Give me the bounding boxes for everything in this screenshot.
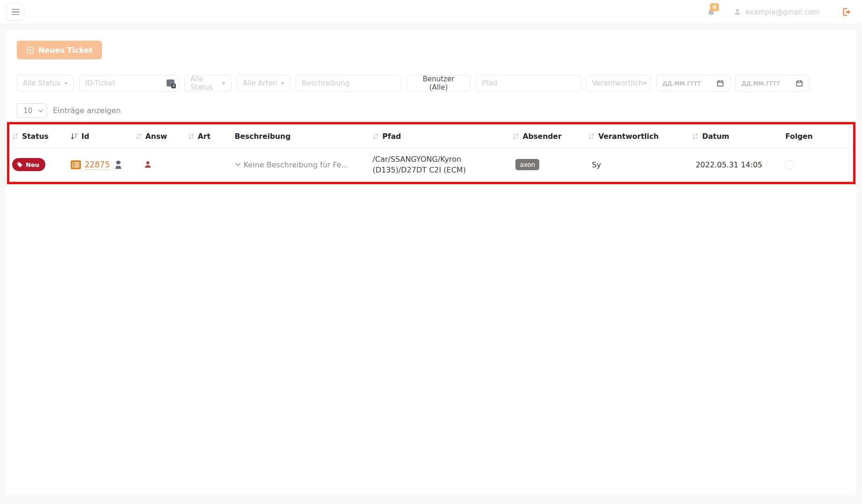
cell-beschreibung[interactable]: Keine Beschreibung für Fe... [232, 148, 369, 181]
sort-desc-active-icon[interactable] [71, 133, 78, 140]
topbar: 0 example@gmail.com [0, 0, 862, 24]
person-icon [144, 160, 152, 169]
caret-down-icon [222, 82, 225, 85]
cell-art [187, 148, 232, 181]
cell-answ [135, 148, 187, 181]
chevron-down-icon [38, 108, 43, 112]
tickets-table: Status Id Answ [12, 125, 850, 181]
new-ticket-button[interactable]: Neues Ticket [17, 41, 102, 59]
filter-responsible-select[interactable]: Verantwortlich [586, 75, 651, 92]
cell-id: 22875 [69, 148, 135, 181]
user-secret-icon [114, 160, 123, 170]
header-datum[interactable]: Datum [689, 125, 783, 148]
absender-badge: axon [515, 159, 539, 170]
header-folgen: Folgen [783, 125, 850, 148]
user-avatar-icon [733, 8, 741, 16]
hamburger-icon [12, 9, 20, 10]
caret-down-icon [64, 82, 68, 85]
filter-date-from[interactable]: дд.мм.гггг [656, 75, 730, 92]
cell-pfad: /Car/SSANGYONG/Kyron (D135)/D27DT C2I (E… [369, 148, 510, 181]
user-email: example@gmail.com [746, 8, 819, 16]
header-answ[interactable]: Answ [135, 125, 187, 148]
autofill-extension-icon [167, 79, 174, 86]
description-input[interactable] [302, 79, 395, 87]
sort-icon[interactable] [12, 133, 18, 140]
tags-icon [17, 162, 23, 168]
filter-status2-select[interactable]: Alle Status [184, 75, 232, 92]
page-size-row: 10 Einträge anzeigen [17, 103, 850, 118]
cell-status: Neu [12, 148, 69, 181]
filter-benutzer-button[interactable]: Benutzer (Alle) [406, 75, 471, 92]
path-input[interactable] [482, 79, 575, 87]
logout-icon[interactable] [842, 7, 852, 16]
header-status[interactable]: Status [12, 125, 69, 148]
filter-id-ticket-field[interactable] [79, 75, 179, 92]
description-text: Keine Beschreibung für Fe... [244, 160, 348, 169]
cell-verantwortlich: Sy [587, 148, 689, 181]
notification-count-badge: 0 [710, 3, 719, 11]
header-verantwortlich[interactable]: Verantwortlich [587, 125, 689, 148]
cell-datum: 2022.05.31 14:05 [689, 148, 783, 181]
menu-toggle-button[interactable] [7, 3, 24, 21]
sort-icon[interactable] [588, 133, 594, 140]
table-header-row: Status Id Answ [12, 125, 850, 148]
caret-down-icon [643, 82, 647, 85]
plus-square-icon [26, 46, 34, 54]
notifications-button[interactable]: 0 [707, 7, 716, 17]
filter-art-select[interactable]: Alle Arten [237, 75, 290, 92]
list-alt-icon [71, 160, 81, 169]
filter-status-select[interactable]: Alle Status [17, 75, 74, 92]
status-badge: Neu [12, 158, 45, 171]
content-card: Neues Ticket Alle Status Alle Status All… [5, 29, 857, 496]
table-row: Neu 22875 [12, 148, 850, 181]
ticket-id-link[interactable]: 22875 [85, 160, 110, 170]
id-ticket-input[interactable] [85, 79, 173, 87]
path-text: /Car/SSANGYONG/Kyron (D135)/D27DT C2I (E… [373, 154, 475, 175]
calendar-icon[interactable] [717, 79, 724, 87]
page-size-select[interactable]: 10 [17, 103, 47, 118]
folgen-checkbox[interactable] [785, 160, 794, 169]
page-size-label: Einträge anzeigen [53, 106, 121, 115]
caret-down-icon [281, 82, 284, 85]
cell-folgen [783, 148, 850, 181]
header-art[interactable]: Art [187, 125, 232, 148]
sort-icon[interactable] [136, 133, 142, 140]
sort-icon[interactable] [513, 133, 519, 140]
sort-icon[interactable] [373, 133, 379, 140]
filter-path-field[interactable] [476, 75, 581, 92]
sort-icon[interactable] [188, 133, 194, 140]
header-id[interactable]: Id [69, 125, 135, 148]
header-pfad[interactable]: Pfad [369, 125, 510, 148]
header-beschreibung[interactable]: Beschreibung [232, 125, 369, 148]
header-absender[interactable]: Absender [509, 125, 587, 148]
filter-description-field[interactable] [296, 75, 401, 92]
sort-icon[interactable] [692, 133, 698, 140]
filter-date-to[interactable]: дд.мм.гггг [735, 75, 809, 92]
cell-absender: axon [509, 148, 587, 181]
filter-row: Alle Status Alle Status Alle Arten Benut… [17, 75, 850, 92]
chevron-down-icon[interactable] [235, 163, 241, 166]
calendar-icon[interactable] [796, 79, 803, 87]
